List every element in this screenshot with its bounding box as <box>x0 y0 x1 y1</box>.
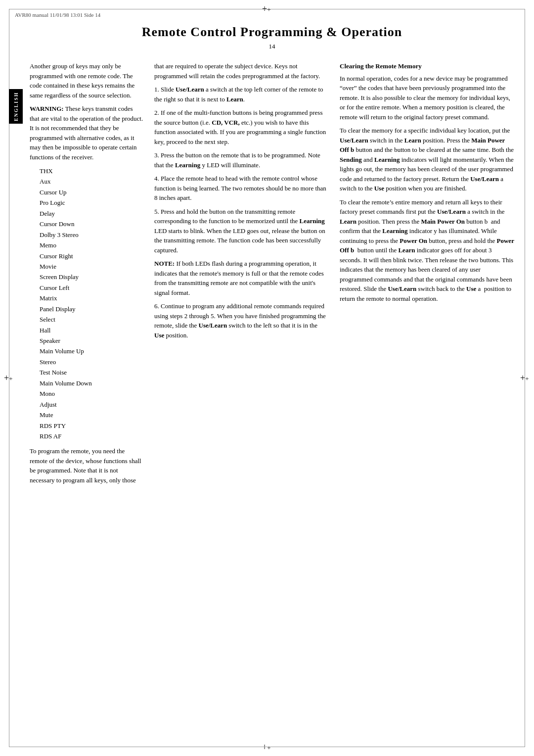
right-column: Clearing the Remote Memory In normal ope… <box>340 61 514 489</box>
list-item: Speaker <box>40 335 143 346</box>
step-2: 2. If one of the multi-function buttons … <box>154 108 329 146</box>
three-column-layout: Another group of keys may only be progra… <box>30 61 514 489</box>
step-7: 6. Continue to program any additional re… <box>154 301 329 340</box>
step-1: 1. Slide Use/Learn a switch at the top l… <box>154 85 329 104</box>
page-number: 14 <box>30 43 514 50</box>
list-item: RDS AF <box>40 431 143 441</box>
list-item: Screen Display <box>40 272 143 282</box>
list-item: Hall <box>40 325 143 335</box>
footer-para: To program the remote, you need the remo… <box>30 446 143 485</box>
list-item: Mono <box>40 388 143 399</box>
list-item: Adjust <box>40 399 143 410</box>
list-item: Select <box>40 314 143 325</box>
section-heading: Clearing the Remote Memory <box>340 61 514 71</box>
list-item: Pro Logic <box>40 197 143 208</box>
list-item: Mute <box>40 410 143 420</box>
continuation-para: that are required to operate the subject… <box>154 61 329 81</box>
list-item: Aux <box>40 176 143 187</box>
list-item: Cursor Right <box>40 251 143 261</box>
list-item: Movie <box>40 261 143 272</box>
list-item: Main Volume Down <box>40 378 143 388</box>
list-item: Cursor Left <box>40 283 143 293</box>
step-6: NOTE: If both LEDs flash during a progra… <box>154 259 329 297</box>
list-item: Panel Display <box>40 304 143 314</box>
list-item: Delay <box>40 208 143 219</box>
list-item: Cursor Down <box>40 219 143 229</box>
list-item: Main Volume Up <box>40 346 143 356</box>
list-item: Dolby 3 Stereo <box>40 230 143 240</box>
list-item: Cursor Up <box>40 187 143 197</box>
warning-paragraph: WARNING: These keys transmit codes that … <box>30 104 143 162</box>
middle-column: that are required to operate the subject… <box>154 61 329 489</box>
main-content: Remote Control Programming & Operation 1… <box>30 25 514 736</box>
intro-paragraph: Another group of keys may only be progra… <box>30 61 143 100</box>
step-4: 4. Place the remote head to head with th… <box>154 174 329 203</box>
list-item: THX <box>40 166 143 176</box>
right-para-1: In normal operation, codes for a new dev… <box>340 74 514 122</box>
key-list: THXAuxCursor UpPro LogicDelayCursor Down… <box>40 166 143 441</box>
warning-label: WARNING: <box>30 105 64 112</box>
right-content: In normal operation, codes for a new dev… <box>340 74 514 304</box>
list-item: Stereo <box>40 357 143 367</box>
left-column: Another group of keys may only be progra… <box>30 61 143 489</box>
list-item: Test Noise <box>40 367 143 378</box>
list-item: Matrix <box>40 293 143 303</box>
step-5: 5. Press and hold the button on the tran… <box>154 207 329 255</box>
sidebar-english: ENGLISH <box>9 89 23 124</box>
right-para-2: To clear the memory for a specific indiv… <box>340 126 514 193</box>
sidebar-label: ENGLISH <box>13 92 19 121</box>
list-item: RDS PTY <box>40 421 143 431</box>
header-meta: AVR80 manual 11/01/98 13:01 Side 14 <box>15 12 100 18</box>
steps-container: 1. Slide Use/Learn a switch at the top l… <box>154 85 329 340</box>
right-para-3: To clear the remote’s entire memory and … <box>340 197 514 304</box>
warning-text: These keys transmit codes that are vital… <box>30 105 143 161</box>
page-title: Remote Control Programming & Operation <box>30 25 514 40</box>
list-item: Memo <box>40 240 143 250</box>
step-3: 3. Press the button on the remote that i… <box>154 150 329 170</box>
